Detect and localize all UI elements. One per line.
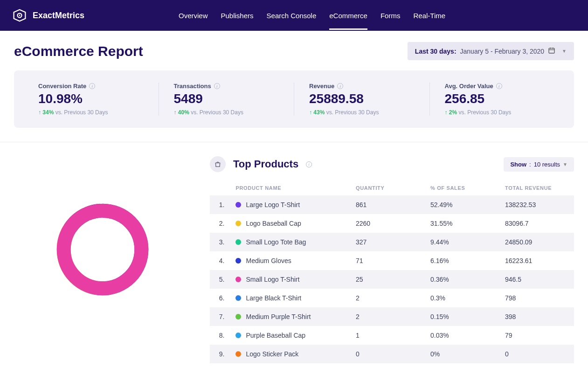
shopping-bag-icon [210, 156, 226, 172]
table-row[interactable]: 7.Medium Purple T-Shirt20.15%398 [210, 307, 574, 326]
quantity-cell: 327 [350, 233, 425, 251]
product-name-cell: Medium Gloves [230, 251, 350, 270]
revenue-cell: 398 [499, 307, 574, 326]
info-icon[interactable]: i [89, 83, 95, 89]
sales-cell: 0% [425, 345, 499, 363]
page-header: eCommerce Report Last 30 days: January 5… [14, 42, 574, 60]
sales-cell: 6.16% [425, 251, 499, 270]
table-row[interactable]: 10.Small Gloves00%0 [210, 363, 574, 368]
row-index: 1. [210, 195, 230, 214]
stat-delta: ↑ 2% vs. Previous 30 Days [445, 109, 550, 116]
top-products-donut [14, 156, 191, 368]
quantity-cell: 0 [350, 345, 425, 363]
table-row[interactable]: 5.Small Logo T-Shirt250.36%946.5 [210, 270, 574, 289]
revenue-cell: 16223.61 [499, 251, 574, 270]
info-icon[interactable]: i [496, 83, 502, 89]
arrow-up-icon: ↑ 2% [445, 109, 457, 116]
color-dot-icon [235, 258, 241, 264]
row-index: 6. [210, 289, 230, 307]
stat-label: Transactions i [174, 83, 279, 90]
color-dot-icon [235, 221, 241, 226]
table-row[interactable]: 6.Large Black T-Shirt20.3%798 [210, 289, 574, 307]
color-dot-icon [235, 351, 241, 357]
row-index: 5. [210, 270, 230, 289]
brand-logo: ExactMetrics [11, 7, 84, 24]
nav-tab-ecommerce[interactable]: eCommerce [329, 1, 367, 30]
quantity-cell: 861 [350, 195, 425, 214]
info-icon[interactable]: i [337, 83, 343, 89]
stat-delta: ↑ 40% vs. Previous 30 Days [174, 109, 279, 116]
table-row[interactable]: 2.Logo Baseball Cap226031.55%83096.7 [210, 214, 574, 233]
nav-tab-real-time[interactable]: Real-Time [413, 1, 445, 30]
nav-tab-forms[interactable]: Forms [380, 1, 401, 30]
row-index: 8. [210, 326, 230, 345]
table-row[interactable]: 8.Purple Baseball Cap10.03%79 [210, 326, 574, 345]
stat-value: 256.85 [445, 91, 550, 106]
product-name-cell: Small Logo Tote Bag [230, 233, 350, 251]
topbar: ExactMetrics OverviewPublishersSearch Co… [0, 0, 588, 31]
date-range-label: Last 30 days: [415, 48, 457, 55]
page-title: eCommerce Report [14, 43, 143, 59]
nav-tab-search-console[interactable]: Search Console [267, 1, 317, 30]
table-row[interactable]: 9.Logo Sticker Pack00%0 [210, 345, 574, 363]
info-icon[interactable]: i [306, 161, 312, 167]
stat-value: 10.98% [38, 91, 144, 106]
quantity-cell: 0 [350, 363, 425, 368]
quantity-cell: 2260 [350, 214, 425, 233]
calendar-icon [548, 47, 555, 56]
stat-transactions: Transactions i5489↑ 40% vs. Previous 30 … [159, 83, 294, 116]
stats-panel: Conversion Rate i10.98%↑ 34% vs. Previou… [14, 70, 574, 128]
product-name-cell: Small Logo T-Shirt [230, 270, 350, 289]
product-name-cell: Logo Sticker Pack [230, 345, 350, 363]
stat-label: Revenue i [309, 83, 415, 90]
revenue-cell: 79 [499, 326, 574, 345]
arrow-up-icon: ↑ 40% [174, 109, 189, 116]
sales-cell: 0.15% [425, 307, 499, 326]
revenue-cell: 0 [499, 363, 574, 368]
table-row[interactable]: 1.Large Logo T-Shirt86152.49%138232.53 [210, 195, 574, 214]
nav-tab-publishers[interactable]: Publishers [221, 1, 253, 30]
date-range-picker[interactable]: Last 30 days: January 5 - February 3, 20… [408, 42, 574, 60]
chevron-down-icon: ▼ [563, 162, 567, 167]
color-dot-icon [235, 239, 241, 245]
sales-cell: 31.55% [425, 214, 499, 233]
revenue-cell: 83096.7 [499, 214, 574, 233]
stat-conversion-rate: Conversion Rate i10.98%↑ 34% vs. Previou… [23, 83, 159, 116]
quantity-cell: 25 [350, 270, 425, 289]
brand-icon [11, 7, 28, 24]
table-row[interactable]: 3.Small Logo Tote Bag3279.44%24850.09 [210, 233, 574, 251]
nav-tab-overview[interactable]: Overview [179, 1, 208, 30]
sales-cell: 0.03% [425, 326, 499, 345]
info-icon[interactable]: i [214, 83, 220, 89]
row-index: 2. [210, 214, 230, 233]
revenue-cell: 138232.53 [499, 195, 574, 214]
row-index: 7. [210, 307, 230, 326]
row-index: 3. [210, 233, 230, 251]
stat-delta: ↑ 34% vs. Previous 30 Days [38, 109, 144, 116]
revenue-cell: 946.5 [499, 270, 574, 289]
product-name-cell: Large Black T-Shirt [230, 289, 350, 307]
show-value: 10 results [534, 161, 560, 168]
stat-delta: ↑ 43% vs. Previous 30 Days [309, 109, 415, 116]
top-products-title: Top Products [233, 158, 298, 170]
results-count-dropdown[interactable]: Show: 10 results ▼ [504, 157, 574, 172]
arrow-up-icon: ↑ 43% [309, 109, 325, 116]
quantity-cell: 2 [350, 289, 425, 307]
revenue-cell: 0 [499, 345, 574, 363]
stat-value: 25889.58 [309, 91, 415, 106]
arrow-up-icon: ↑ 34% [38, 109, 54, 116]
main-nav: OverviewPublishersSearch ConsoleeCommerc… [179, 1, 445, 30]
color-dot-icon [235, 295, 241, 301]
row-index: 10. [210, 363, 230, 368]
revenue-cell: 798 [499, 289, 574, 307]
color-dot-icon [235, 314, 241, 319]
svg-point-1 [19, 15, 21, 16]
product-name-cell: Logo Baseball Cap [230, 214, 350, 233]
show-label: Show [510, 161, 526, 168]
sales-cell: 52.49% [425, 195, 499, 214]
product-name-cell: Large Logo T-Shirt [230, 195, 350, 214]
row-index: 4. [210, 251, 230, 270]
table-row[interactable]: 4.Medium Gloves716.16%16223.61 [210, 251, 574, 270]
stat-value: 5489 [174, 91, 279, 106]
product-name-cell: Purple Baseball Cap [230, 326, 350, 345]
